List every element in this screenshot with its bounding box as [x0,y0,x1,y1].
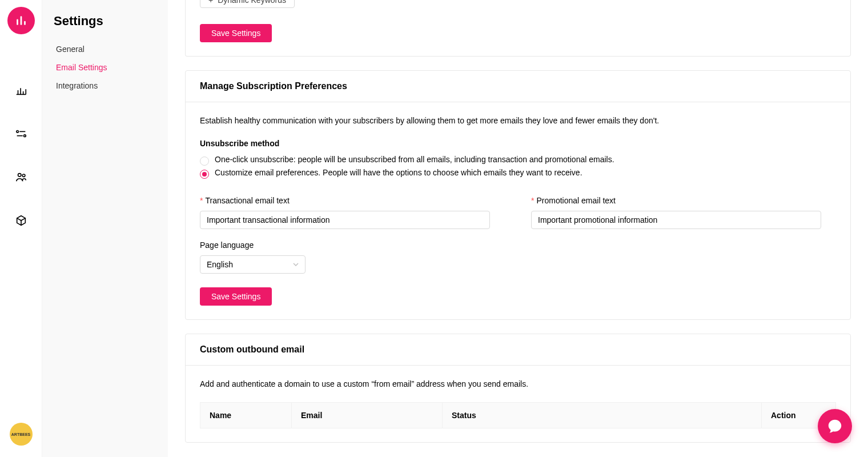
card-subscription-preferences: Manage Subscription Preferences Establis… [185,70,851,320]
radio-customize-label: Customize email preferences. People will… [215,168,582,177]
col-email: Email [292,403,443,428]
subscription-description: Establish healthy communication with you… [200,116,836,125]
chevron-down-icon [293,260,299,269]
unsubscribe-method-label: Unsubscribe method [200,139,836,148]
nav-analytics-icon[interactable] [10,79,33,102]
main-content: + Dynamic Keywords Save Settings Manage … [168,0,868,457]
promotional-label-text: Promotional email text [536,196,616,205]
card-dynamic-keywords: + Dynamic Keywords Save Settings [185,0,851,57]
dynamic-keywords-button[interactable]: + Dynamic Keywords [200,0,295,8]
sidebar-item-general[interactable]: General [54,40,168,58]
nav-automation-icon[interactable] [10,122,33,145]
radio-icon [200,157,209,166]
required-star: * [200,196,203,205]
transactional-label: *Transactional email text [200,196,505,205]
settings-sidebar: Settings General Email Settings Integrat… [42,0,168,457]
col-name: Name [200,403,292,428]
app-logo[interactable] [7,7,35,34]
required-star: * [531,196,534,205]
nav-product-icon[interactable] [10,209,33,232]
promotional-label: *Promotional email text [531,196,836,205]
svg-point-8 [16,131,18,133]
save-settings-button-top[interactable]: Save Settings [200,24,272,42]
sidebar-item-integrations[interactable]: Integrations [54,77,168,95]
col-status: Status [443,403,762,428]
dynamic-keywords-label: Dynamic Keywords [218,0,286,5]
radio-one-click[interactable]: One-click unsubscribe: people will be un… [200,154,836,167]
save-settings-button-subscription[interactable]: Save Settings [200,287,272,306]
page-language-label: Page language [200,240,836,250]
plus-icon: + [208,0,213,5]
card-custom-outbound: Custom outbound email Add and authentica… [185,334,851,443]
svg-point-12 [18,174,21,177]
svg-point-13 [22,174,25,177]
sidebar-item-email-settings[interactable]: Email Settings [54,58,168,77]
sidebar-title: Settings [54,14,168,29]
radio-one-click-label: One-click unsubscribe: people will be un… [215,155,614,164]
card-title-subscription: Manage Subscription Preferences [186,71,850,102]
transactional-input[interactable] [200,211,490,229]
nav-people-icon[interactable] [10,166,33,189]
promotional-input[interactable] [531,211,821,229]
outbound-domains-table: Name Email Status Action [200,402,836,428]
chat-icon [826,418,843,435]
radio-icon [200,170,209,179]
page-language-value: English [207,260,233,269]
transactional-label-text: Transactional email text [205,196,289,205]
radio-customize[interactable]: Customize email preferences. People will… [200,167,836,180]
outbound-description: Add and authenticate a domain to use a c… [200,379,836,388]
page-language-select[interactable]: English [200,255,306,274]
icon-rail: ARTBEES [0,0,42,457]
org-avatar[interactable]: ARTBEES [10,423,33,446]
chat-support-fab[interactable] [818,409,852,443]
svg-point-10 [23,135,26,137]
unsubscribe-radio-group: One-click unsubscribe: people will be un… [200,154,836,180]
card-title-outbound: Custom outbound email [186,334,850,366]
